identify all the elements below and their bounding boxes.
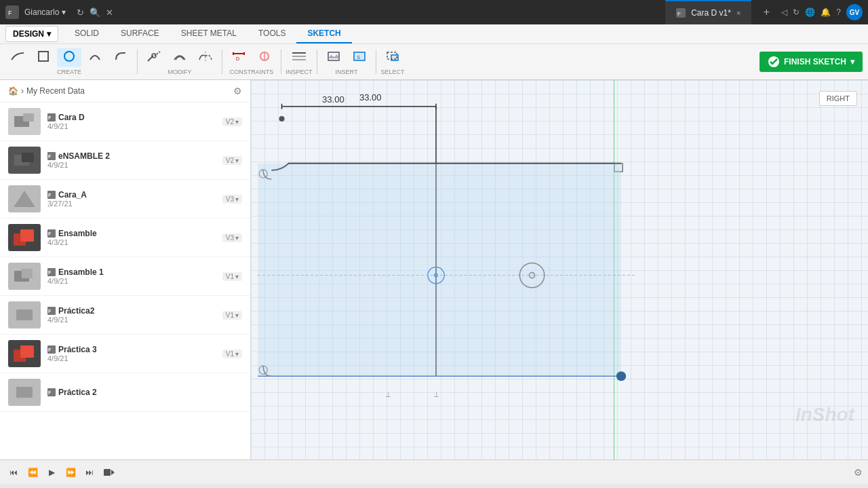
item-date: 4/9/21: [47, 316, 216, 324]
item-thumbnail: [8, 147, 41, 174]
line-tool[interactable]: [5, 48, 30, 67]
insert-label: INSERT: [336, 69, 358, 75]
help-icon[interactable]: ?: [836, 7, 841, 17]
close-icon[interactable]: ✕: [106, 7, 113, 18]
item-info: F Cara_A 3/27/21: [47, 190, 216, 208]
sidebar-settings-icon[interactable]: ⚙: [233, 86, 242, 96]
line-icon: [10, 50, 25, 65]
list-item[interactable]: F Cara D 4/9/21 V2▾: [0, 102, 250, 141]
tab-sketch[interactable]: SKETCH: [296, 24, 351, 43]
offset-tool[interactable]: [167, 48, 192, 67]
item-name: F Práctica 2: [47, 388, 242, 397]
user-menu[interactable]: Giancarlo ▾: [24, 7, 66, 17]
play-prev-button[interactable]: ⏪: [24, 464, 41, 481]
inspect-tool[interactable]: [285, 48, 313, 67]
item-info: F Práctica 3 4/9/21: [47, 345, 216, 362]
home-icon[interactable]: 🏠: [8, 86, 18, 96]
select-icon: [385, 50, 400, 65]
dimension-tool[interactable]: D: [226, 48, 251, 67]
select-tool[interactable]: [380, 48, 405, 67]
breadcrumb: 🏠 › My Recent Data: [8, 86, 85, 96]
modify-group: MODIFY: [142, 48, 218, 75]
globe-icon[interactable]: 🌐: [805, 7, 815, 17]
svg-rect-41: [22, 269, 33, 278]
finish-sketch-button[interactable]: FINISH SKETCH ▾: [760, 52, 863, 72]
refresh-icon[interactable]: ↻: [77, 7, 84, 18]
svg-rect-30: [22, 153, 34, 162]
item-version[interactable]: V2▾: [222, 156, 242, 165]
play-button[interactable]: ▶: [43, 464, 60, 481]
notification-icon[interactable]: 🔔: [821, 7, 831, 17]
sidebar-header: 🏠 › My Recent Data ⚙: [0, 80, 250, 102]
mirror-icon: [198, 50, 213, 65]
constraints-label: CONSTRAINTS: [230, 69, 274, 75]
item-thumbnail: [8, 340, 41, 367]
list-item[interactable]: F Cara_A 3/27/21 V3▾: [0, 180, 250, 219]
item-name: F Cara_A: [47, 190, 216, 200]
svg-rect-37: [20, 229, 34, 242]
skip-to-start-button[interactable]: ⏮: [5, 464, 22, 481]
avatar[interactable]: GV: [846, 4, 863, 20]
fillet-tool[interactable]: [108, 48, 133, 67]
nav-back-icon[interactable]: ◁: [781, 7, 787, 17]
vertical-axis-line: [614, 80, 614, 459]
svg-rect-51: [16, 387, 33, 398]
design-label: DESIGN: [13, 29, 44, 39]
insert-sketch-icon: S: [352, 50, 367, 65]
constraint-icon: [257, 50, 272, 65]
tab-surface[interactable]: SURFACE: [110, 24, 170, 43]
item-date: 4/9/21: [47, 277, 216, 285]
new-tab-button[interactable]: +: [757, 3, 776, 22]
item-thumbnail: [8, 108, 41, 135]
list-item[interactable]: F Ensamble 4/3/21 V3▾: [0, 219, 250, 257]
svg-text:S: S: [357, 54, 360, 60]
fillet-icon: [113, 50, 128, 65]
item-version[interactable]: V3▾: [222, 195, 242, 204]
svg-text:F: F: [48, 193, 52, 198]
active-tab[interactable]: F Cara D v1* ×: [665, 0, 751, 24]
canvas-area[interactable]: 33.00: [251, 80, 868, 459]
item-version[interactable]: V1▾: [222, 350, 242, 358]
rectangle-icon: [37, 50, 50, 65]
insert-sketch-tool[interactable]: S: [347, 48, 372, 67]
record-button[interactable]: [100, 464, 117, 481]
circle-tool[interactable]: [57, 48, 81, 67]
inspect-icon: [290, 50, 309, 65]
toolbar-tabs: SOLID SURFACE SHEET METAL TOOLS SKETCH: [64, 24, 352, 43]
bottom-gear-icon[interactable]: ⚙: [854, 467, 863, 478]
constraint-tool[interactable]: [252, 48, 277, 67]
tab-tools[interactable]: TOOLS: [248, 24, 296, 43]
list-item[interactable]: F eNSAMBLE 2 4/9/21 V2▾: [0, 141, 250, 180]
item-thumbnail: [8, 301, 41, 329]
create-label: CREATE: [57, 69, 81, 75]
insert-image-tool[interactable]: [321, 48, 346, 67]
rectangle-tool[interactable]: [31, 48, 56, 67]
item-version[interactable]: V2▾: [222, 117, 242, 126]
bottom-bar: ⏮ ⏪ ▶ ⏩ ⏭ ⚙: [0, 459, 868, 484]
tab-close-icon[interactable]: ×: [736, 9, 741, 17]
list-item[interactable]: F Práctica2 4/9/21 V1▾: [0, 296, 250, 335]
refresh-icon2[interactable]: ↻: [793, 7, 800, 17]
trim-tool[interactable]: [142, 48, 166, 67]
tab-sheet-metal[interactable]: SHEET METAL: [170, 24, 248, 43]
constraints-group: D CONSTRAINTS: [226, 48, 277, 75]
search-icon[interactable]: 🔍: [90, 7, 100, 18]
item-version[interactable]: V1▾: [222, 272, 242, 281]
list-item[interactable]: F Práctica 3 4/9/21 V1▾: [0, 335, 250, 373]
tab-solid[interactable]: SOLID: [64, 24, 110, 43]
mirror-tool[interactable]: [193, 48, 218, 67]
item-info: F Ensamble 4/3/21: [47, 229, 216, 246]
arc-tool[interactable]: [83, 48, 107, 67]
play-next-button[interactable]: ⏩: [62, 464, 79, 481]
skip-to-end-button[interactable]: ⏭: [81, 464, 98, 481]
svg-text:F: F: [48, 115, 52, 120]
item-version[interactable]: V1▾: [222, 311, 242, 320]
offset-icon: [172, 50, 187, 65]
item-version[interactable]: V3▾: [222, 233, 242, 242]
design-button[interactable]: DESIGN ▾: [5, 26, 58, 42]
list-item[interactable]: F Ensamble 1 4/9/21 V1▾: [0, 257, 250, 296]
list-item[interactable]: F Práctica 2: [0, 373, 250, 412]
item-date: 4/9/21: [47, 122, 216, 130]
toolbar-buttons: CREATE: [0, 44, 868, 79]
item-date: 4/3/21: [47, 238, 216, 246]
